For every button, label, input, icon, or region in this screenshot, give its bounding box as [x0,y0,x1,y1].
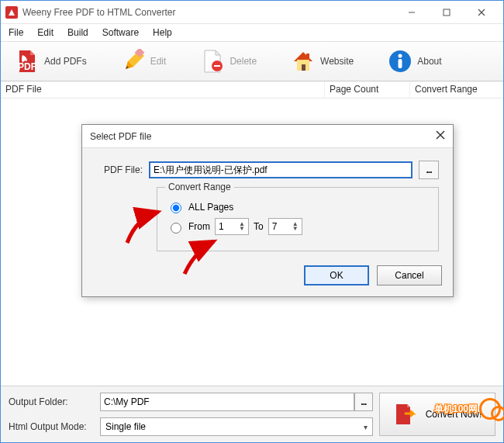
mode-label: Html Output Mode: [9,421,94,432]
app-icon [5,6,18,19]
convert-now-button[interactable]: Convert Now! [379,393,495,436]
add-pdfs-button[interactable]: PDF Add PDFs [7,46,95,77]
all-pages-label: ALL Pages [188,202,233,213]
titlebar: Weeny Free PDF to HTML Converter [1,1,503,24]
range-legend: Convert Range [165,182,234,192]
svg-rect-1 [444,9,450,16]
window-controls [394,2,499,23]
menu-software[interactable]: Software [96,26,145,40]
bottom-panel: Output Folder: ... Convert Now! Html Out… [1,386,503,442]
info-icon [388,49,413,74]
menu-build[interactable]: Build [61,26,95,40]
spinner-arrows-icon: ▲▼ [292,222,299,231]
svg-rect-9 [302,64,306,71]
svg-text:PDF: PDF [18,61,36,72]
from-page-input[interactable]: 1 ▲▼ [215,218,249,235]
about-button[interactable]: About [380,46,449,77]
pdf-file-label: PDF File: [96,164,143,175]
website-button[interactable]: Website [283,46,361,77]
column-pdf-file[interactable]: PDF File [1,81,325,98]
toolbar-label: Edit [150,56,167,67]
toolbar-label: Add PDFs [44,56,87,67]
pencil-icon [121,49,146,74]
ok-button[interactable]: OK [304,265,369,286]
spinner-arrows-icon: ▲▼ [239,222,245,231]
to-value: 7 [272,221,278,232]
convert-icon [393,401,419,427]
svg-rect-10 [306,54,309,58]
browse-pdf-button[interactable]: ... [419,161,439,179]
dialog-titlebar: Select PDF file [82,125,453,148]
browse-output-button[interactable]: ... [354,393,373,411]
dialog-close-button[interactable] [436,130,445,142]
chevron-down-icon: ▾ [364,423,368,431]
from-radio[interactable] [171,223,181,234]
toolbar-label: Delete [230,56,257,67]
menu-file[interactable]: File [2,26,29,40]
from-value: 1 [219,221,224,232]
svg-point-12 [399,54,402,58]
output-mode-combo[interactable]: Single file ▾ [100,417,373,436]
maximize-button[interactable] [429,2,464,23]
cancel-button[interactable]: Cancel [377,265,442,286]
convert-label: Convert Now! [426,409,482,420]
close-button[interactable] [464,2,499,23]
home-icon [291,49,316,74]
to-page-input[interactable]: 7 ▲▼ [268,218,302,235]
all-pages-radio[interactable] [171,202,181,213]
window-title: Weeny Free PDF to HTML Converter [22,7,394,18]
to-label: To [254,221,264,232]
toolbar-label: Website [320,56,354,67]
dialog-buttons: OK Cancel [82,261,453,296]
toolbar-label: About [417,56,441,67]
menubar: File Edit Build Software Help [1,24,503,41]
delete-button[interactable]: Delete [192,46,264,77]
dialog-title: Select PDF file [90,131,151,142]
column-page-count[interactable]: Page Count [325,81,410,98]
toolbar: PDF Add PDFs Edit Delete Website [1,41,503,81]
select-pdf-dialog: Select PDF file PDF File: ... Convert Ra… [81,124,454,297]
output-folder-input[interactable] [100,393,354,411]
delete-page-icon [200,49,225,74]
svg-rect-13 [399,59,402,68]
column-convert-range[interactable]: Convert Range [410,81,503,98]
list-header: PDF File Page Count Convert Range [1,81,503,99]
from-label: From [188,221,210,232]
convert-range-fieldset: Convert Range ALL Pages From 1 ▲▼ To 7 ▲… [157,187,439,251]
dialog-body: PDF File: ... Convert Range ALL Pages Fr… [82,148,453,261]
menu-edit[interactable]: Edit [31,26,60,40]
combo-value: Single file [105,421,146,432]
pdf-file-input[interactable] [149,161,413,178]
edit-button[interactable]: Edit [113,46,174,77]
pdf-icon: PDF [15,49,40,74]
menu-help[interactable]: Help [147,26,178,40]
minimize-button[interactable] [394,2,429,23]
output-folder-label: Output Folder: [9,396,94,407]
